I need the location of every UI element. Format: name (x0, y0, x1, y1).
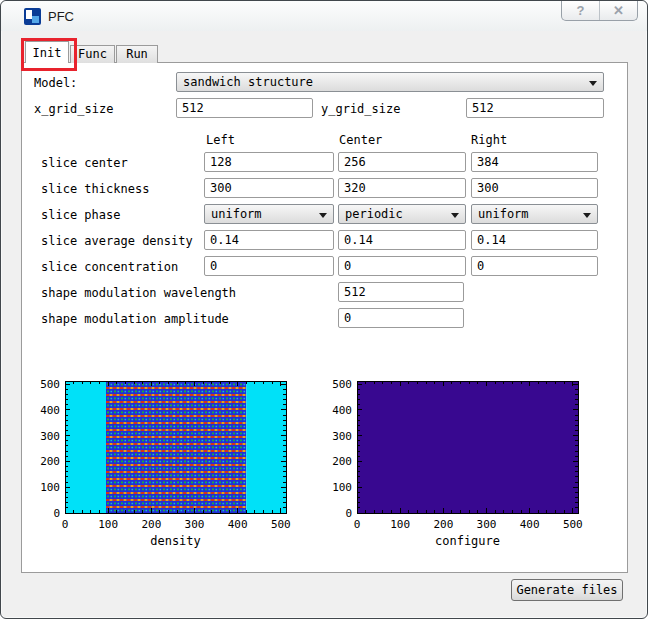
svg-text:0: 0 (62, 518, 69, 531)
svg-text:configure: configure (435, 534, 500, 548)
svg-text:300: 300 (40, 430, 60, 443)
svg-text:density: density (150, 534, 201, 548)
slice-center-input-center[interactable] (338, 152, 466, 172)
svg-text:400: 400 (40, 404, 60, 417)
combo-value: uniform (211, 207, 262, 221)
svg-text:200: 200 (40, 455, 60, 468)
slice-average-density-input-right[interactable] (471, 230, 598, 250)
slice-thickness-input-center[interactable] (338, 178, 466, 198)
chevron-down-icon (589, 81, 597, 86)
tab-func[interactable]: Func (70, 45, 115, 63)
slice-average-density-input-center[interactable] (338, 230, 466, 250)
svg-text:200: 200 (433, 518, 453, 531)
slice-thickness-input-left[interactable] (204, 178, 334, 198)
x-grid-size-input[interactable] (176, 98, 313, 118)
model-label: Model: (34, 76, 77, 90)
slice-phase-select-right[interactable]: uniform (471, 204, 598, 224)
x-grid-size-label: x_grid_size (34, 102, 113, 116)
column-header-center: Center (339, 133, 382, 147)
svg-text:500: 500 (271, 518, 291, 531)
caption-buttons: ? ✕ (561, 1, 638, 21)
svg-text:400: 400 (228, 518, 248, 531)
svg-text:200: 200 (141, 518, 161, 531)
slice-concentration-input-center[interactable] (338, 256, 466, 276)
slice-center-input-left[interactable] (204, 152, 334, 172)
slice-average-density-input-left[interactable] (204, 230, 334, 250)
model-select[interactable]: sandwich structure (176, 72, 604, 92)
svg-text:100: 100 (98, 518, 118, 531)
svg-text:500: 500 (332, 378, 352, 391)
density-plot: 01002003004005000100200300400500density (29, 373, 299, 551)
svg-text:400: 400 (332, 404, 352, 417)
slice-thickness-label: slice thickness (41, 182, 149, 196)
generate-files-button[interactable]: Generate files (511, 579, 623, 601)
column-header-right: Right (471, 133, 507, 147)
chevron-down-icon (319, 213, 327, 218)
chevron-down-icon (451, 213, 459, 218)
app-icon-shape2 (32, 16, 39, 23)
window-title: PFC (48, 9, 74, 24)
shape-modulation-amplitude-input[interactable] (338, 308, 464, 328)
y-grid-size-input[interactable] (466, 98, 604, 118)
configure-plot: 01002003004005000100200300400500configur… (321, 373, 591, 551)
svg-text:0: 0 (345, 507, 352, 520)
shape-modulation-wavelength-input[interactable] (338, 282, 464, 302)
title-bar[interactable]: PFC ? ✕ (1, 1, 647, 31)
slice-concentration-input-right[interactable] (471, 256, 598, 276)
svg-text:300: 300 (185, 518, 205, 531)
app-icon (24, 8, 41, 25)
svg-text:400: 400 (520, 518, 540, 531)
svg-text:200: 200 (332, 455, 352, 468)
slice-phase-select-left[interactable]: uniform (204, 204, 334, 224)
tab-init[interactable]: Init (25, 41, 69, 63)
shape-modulation-amplitude-label: shape modulation amplitude (41, 312, 229, 326)
svg-text:300: 300 (332, 430, 352, 443)
shape-modulation-wavelength-label: shape modulation wavelength (41, 286, 236, 300)
svg-text:0: 0 (53, 507, 60, 520)
column-header-left: Left (206, 133, 235, 147)
svg-text:100: 100 (40, 481, 60, 494)
slice-thickness-input-right[interactable] (471, 178, 598, 198)
svg-text:0: 0 (354, 518, 361, 531)
slice-phase-select-center[interactable]: periodic (338, 204, 466, 224)
svg-text:300: 300 (477, 518, 497, 531)
svg-text:100: 100 (332, 481, 352, 494)
help-button[interactable]: ? (562, 1, 599, 20)
svg-text:100: 100 (390, 518, 410, 531)
svg-text:500: 500 (40, 378, 60, 391)
slice-average-density-label: slice average density (41, 234, 193, 248)
model-select-value: sandwich structure (183, 75, 313, 89)
close-button[interactable]: ✕ (599, 1, 637, 20)
combo-value: periodic (345, 207, 403, 221)
svg-text:500: 500 (563, 518, 583, 531)
combo-value: uniform (478, 207, 529, 221)
tab-run[interactable]: Run (116, 45, 158, 63)
y-grid-size-label: y_grid_size (321, 102, 400, 116)
slice-phase-label: slice phase (41, 208, 120, 222)
slice-concentration-label: slice concentration (41, 260, 178, 274)
slice-center-input-right[interactable] (471, 152, 598, 172)
slice-center-label: slice center (41, 156, 128, 170)
chevron-down-icon (583, 213, 591, 218)
pfc-dialog: PFC ? ✕ Init Func Run Model: sandwich st… (0, 0, 648, 619)
slice-concentration-input-left[interactable] (204, 256, 334, 276)
